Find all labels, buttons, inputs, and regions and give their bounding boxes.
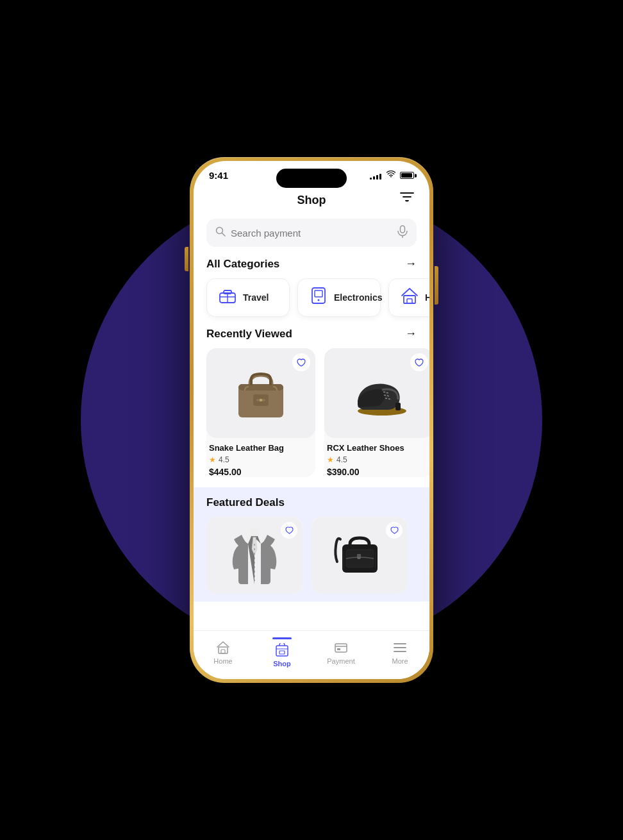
shop-nav-icon [275, 643, 289, 657]
snake-bag-rating-val: 4.5 [219, 455, 229, 464]
phone-frame: 9:41 [190, 157, 433, 683]
recently-viewed-list[interactable]: Snake Leather Bag ★ 4.5 $445.00 [194, 348, 429, 477]
featured-header: Featured Deals [206, 496, 417, 509]
svg-rect-32 [221, 650, 225, 653]
bag-svg [232, 366, 290, 421]
home-nav-label: Home [213, 657, 232, 665]
page-title: Shop [297, 194, 326, 207]
scroll-area[interactable]: Shop [194, 186, 429, 659]
snake-bag-info: Snake Leather Bag ★ 4.5 $445.00 [206, 438, 315, 477]
svg-rect-34 [279, 651, 285, 654]
nav-item-payment[interactable]: Payment [312, 641, 370, 665]
rcx-shoes-info: RCX Leather Shoes ★ 4.5 $390.00 [324, 438, 429, 477]
travel-icon [219, 288, 237, 307]
product-card-snake-bag[interactable]: Snake Leather Bag ★ 4.5 $445.00 [206, 348, 315, 477]
categories-header: All Categories → [194, 257, 429, 278]
rcx-shoes-rating: ★ 4.5 [327, 455, 429, 464]
battery-icon [400, 172, 414, 179]
search-icon [215, 226, 226, 239]
wifi-icon [386, 171, 395, 180]
jacket-svg [229, 523, 280, 587]
shop-nav-label: Shop [273, 660, 291, 668]
page-header: Shop [194, 186, 429, 214]
svg-rect-3 [401, 226, 405, 233]
nav-item-more[interactable]: More [370, 641, 429, 665]
search-input[interactable] [231, 228, 392, 239]
shop-active-indicator [272, 637, 292, 639]
featured-title: Featured Deals [206, 496, 285, 509]
snake-bag-star: ★ [209, 455, 216, 464]
more-nav-label: More [392, 657, 408, 665]
snake-bag-price: $445.00 [209, 467, 313, 477]
featured-deals-section: Featured Deals [194, 487, 429, 601]
featured-card-jacket[interactable] [206, 517, 303, 594]
svg-rect-12 [404, 296, 415, 303]
home-cat-label: Home [425, 292, 429, 303]
category-card-home[interactable]: Home [388, 278, 429, 317]
travel-label: Travel [243, 292, 269, 303]
snake-bag-heart[interactable] [292, 353, 310, 371]
jacket-image [206, 517, 303, 594]
product-card-rcx-shoes[interactable]: RCX Leather Shoes ★ 4.5 $390.00 [324, 348, 429, 477]
rcx-shoes-star: ★ [327, 455, 334, 464]
svg-line-2 [222, 233, 226, 237]
rcx-shoes-name: RCX Leather Shoes [327, 443, 429, 453]
svg-rect-23 [395, 403, 401, 410]
categories-arrow[interactable]: → [405, 257, 417, 271]
categories-list[interactable]: Travel Electronics [194, 278, 429, 327]
svg-rect-13 [407, 299, 412, 303]
nav-item-shop[interactable]: Shop [253, 637, 312, 668]
recently-viewed-header: Recently Viewed → [194, 327, 429, 348]
search-bar[interactable] [206, 219, 417, 247]
svg-marker-0 [406, 201, 408, 202]
shoe-svg [347, 367, 411, 419]
dynamic-island [276, 169, 347, 188]
svg-rect-37 [337, 648, 340, 650]
home-cat-icon [401, 287, 419, 308]
featured-products-list[interactable] [206, 517, 417, 594]
phone-screen: 9:41 [194, 161, 429, 679]
bottom-navigation: Home Shop [194, 630, 429, 679]
status-icons [370, 171, 414, 180]
svg-rect-28 [357, 554, 361, 557]
category-card-electronics[interactable]: Electronics [297, 278, 381, 317]
categories-title: All Categories [206, 258, 279, 271]
svg-rect-35 [335, 644, 347, 652]
payment-nav-label: Payment [327, 657, 354, 665]
nav-item-home[interactable]: Home [194, 641, 253, 665]
filter-icon [400, 192, 414, 205]
signal-icon [370, 172, 381, 180]
svg-rect-31 [219, 647, 228, 653]
rcx-shoes-heart[interactable] [410, 353, 428, 371]
electronics-icon [310, 287, 328, 308]
electronics-label: Electronics [334, 292, 382, 303]
svg-rect-10 [315, 290, 322, 297]
recently-viewed-arrow[interactable]: → [405, 327, 417, 340]
scene: 9:41 [0, 0, 623, 840]
rcx-shoes-price: $390.00 [327, 467, 429, 477]
crossbody-svg [331, 526, 388, 584]
jacket-heart[interactable] [281, 522, 297, 539]
recently-viewed-title: Recently Viewed [206, 328, 292, 340]
svg-point-11 [318, 299, 320, 301]
crossbody-image [312, 517, 408, 594]
snake-bag-name: Snake Leather Bag [209, 443, 313, 453]
status-time: 9:41 [209, 170, 228, 181]
rcx-shoes-rating-val: 4.5 [336, 455, 347, 464]
crossbody-heart[interactable] [386, 522, 403, 539]
rcx-shoes-image [324, 348, 429, 438]
home-nav-icon [216, 641, 230, 655]
filter-button[interactable] [400, 192, 414, 208]
svg-point-18 [260, 399, 262, 401]
more-nav-icon [393, 641, 407, 655]
payment-nav-icon [334, 641, 348, 655]
snake-bag-image [206, 348, 315, 438]
category-card-travel[interactable]: Travel [206, 278, 290, 317]
snake-bag-rating: ★ 4.5 [209, 455, 313, 464]
mic-icon[interactable] [397, 225, 408, 240]
featured-card-bag[interactable] [312, 517, 408, 594]
